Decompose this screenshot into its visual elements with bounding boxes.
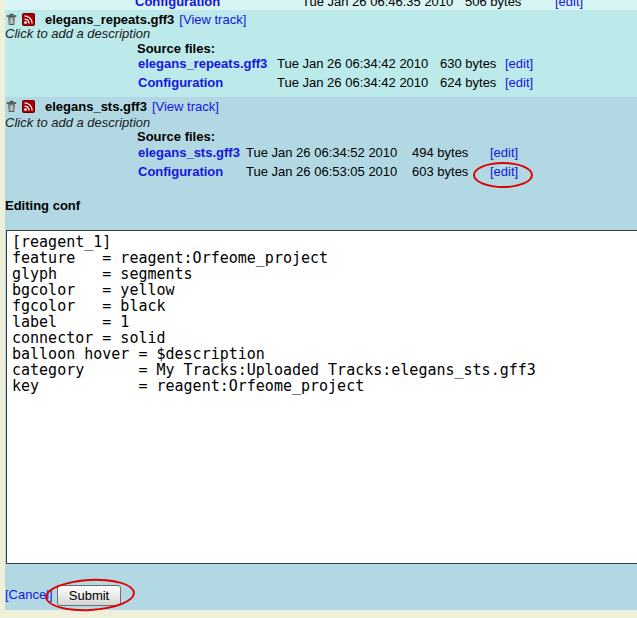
trash-icon[interactable] bbox=[5, 13, 18, 26]
previous-track-section: Configuration Tue Jan 26 06:46:35 2010 5… bbox=[5, 0, 637, 10]
configuration-file-link[interactable]: Configuration bbox=[138, 75, 223, 90]
trash-icon[interactable] bbox=[5, 100, 18, 113]
table-row: elegans_repeats.gff3 Tue Jan 26 06:34:42… bbox=[5, 56, 637, 73]
submit-button[interactable]: Submit bbox=[57, 585, 121, 606]
file-size: 624 bytes bbox=[440, 75, 496, 90]
edit-link[interactable]: [edit] bbox=[490, 164, 518, 179]
file-size: 603 bytes bbox=[412, 164, 468, 179]
track-header: elegans_repeats.gff3 [View track] bbox=[5, 12, 246, 27]
track-header: elegans_sts.gff3 [View track] bbox=[5, 99, 219, 114]
cancel-link[interactable]: [Cancel] bbox=[5, 587, 53, 602]
file-size: 630 bytes bbox=[440, 56, 496, 71]
share-track-icon[interactable] bbox=[22, 13, 35, 26]
share-track-icon[interactable] bbox=[22, 100, 35, 113]
view-track-link[interactable]: [View track] bbox=[152, 99, 219, 114]
edit-link[interactable]: [edit] bbox=[505, 75, 533, 90]
file-date: Tue Jan 26 06:53:05 2010 bbox=[246, 164, 397, 179]
track-section-elegans-repeats: elegans_repeats.gff3 [View track] Click … bbox=[5, 10, 637, 97]
table-row: elegans_sts.gff3 Tue Jan 26 06:34:52 201… bbox=[5, 145, 637, 162]
source-files-label: Source files: bbox=[137, 41, 215, 56]
table-row: Configuration Tue Jan 26 06:34:42 2010 6… bbox=[5, 75, 637, 92]
source-files-label: Source files: bbox=[137, 129, 215, 144]
file-date: Tue Jan 26 06:34:42 2010 bbox=[277, 56, 428, 71]
file-date: Tue Jan 26 06:46:35 2010 bbox=[302, 0, 453, 9]
track-title: elegans_sts.gff3 bbox=[45, 99, 147, 114]
add-description-prompt[interactable]: Click to add a description bbox=[5, 26, 150, 41]
edit-link[interactable]: [edit] bbox=[555, 0, 583, 9]
track-section-elegans-sts: elegans_sts.gff3 [View track] Click to a… bbox=[5, 97, 637, 610]
source-file-link[interactable]: elegans_repeats.gff3 bbox=[138, 56, 267, 71]
file-date: Tue Jan 26 06:34:42 2010 bbox=[277, 75, 428, 90]
table-row: Configuration Tue Jan 26 06:46:35 2010 5… bbox=[5, 0, 637, 10]
edit-link[interactable]: [edit] bbox=[490, 145, 518, 160]
edit-link[interactable]: [edit] bbox=[505, 56, 533, 71]
custom-tracks-page: { "colors": { "body_bg": "#eff0d9", "top… bbox=[0, 0, 637, 618]
file-date: Tue Jan 26 06:34:52 2010 bbox=[246, 145, 397, 160]
track-title: elegans_repeats.gff3 bbox=[45, 12, 174, 27]
config-textarea[interactable]: [reagent_1] feature = reagent:Orfeome_pr… bbox=[6, 230, 637, 564]
add-description-prompt[interactable]: Click to add a description bbox=[5, 115, 150, 130]
view-track-link[interactable]: [View track] bbox=[179, 12, 246, 27]
source-file-link[interactable]: elegans_sts.gff3 bbox=[138, 145, 240, 160]
file-size: 494 bytes bbox=[412, 145, 468, 160]
configuration-file-link[interactable]: Configuration bbox=[138, 164, 223, 179]
table-row: Configuration Tue Jan 26 06:53:05 2010 6… bbox=[5, 164, 637, 181]
editing-conf-heading: Editing conf bbox=[5, 198, 80, 213]
file-size: 506 bytes bbox=[465, 0, 521, 9]
configuration-file-link[interactable]: Configuration bbox=[135, 0, 220, 9]
content-area: Configuration Tue Jan 26 06:46:35 2010 5… bbox=[5, 0, 637, 610]
